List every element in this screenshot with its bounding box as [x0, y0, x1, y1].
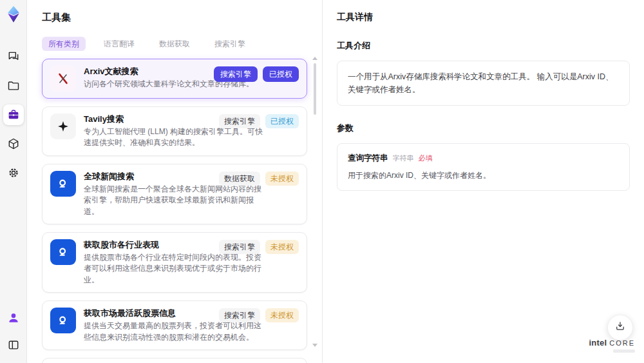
tool-description: 全球新闻搜索是一个聚合全球各大新闻网站内容的搜索引擎，帮助用户快速获取全球最新资…	[84, 184, 299, 217]
param-required-flag: 必填	[419, 153, 433, 163]
app-sidebar	[0, 0, 27, 363]
tool-icon-box	[50, 66, 76, 92]
scrollbar-thumb[interactable]	[314, 63, 316, 115]
sidebar-nav	[3, 46, 24, 183]
tool-card[interactable]: Tavily搜索 专为人工智能代理 (LLM) 构建的搜索引擎工具。可快速提供实…	[42, 106, 307, 156]
settings-icon	[7, 166, 20, 179]
tool-description: 提供股票市场各个行业在特定时间段内的表现。投资者可以利用这些信息来识别表现优于或…	[84, 252, 299, 286]
auth-badge: 未授权	[265, 308, 299, 322]
tool-icon-box	[50, 171, 76, 197]
scrollbar-down-arrow[interactable]	[312, 344, 317, 347]
param-type: 字符串	[393, 153, 414, 163]
category-badge: 搜索引擎	[219, 308, 260, 322]
intro-heading: 工具介绍	[337, 40, 630, 52]
tool-badges: 搜索引擎 未授权	[219, 240, 299, 254]
user-icon	[7, 311, 20, 324]
cube-icon	[7, 137, 20, 150]
auth-badge: 已授权	[265, 114, 299, 128]
sidebar-item-account[interactable]	[3, 308, 24, 328]
tool-list-scrollbar	[312, 55, 318, 349]
search-icon	[57, 246, 70, 259]
download-icon	[614, 320, 626, 335]
search-icon	[57, 314, 70, 327]
category-tab[interactable]: 语言翻译	[97, 37, 141, 51]
tool-badges: 搜索引擎 已授权	[214, 66, 299, 82]
intel-brand-text: intel	[589, 338, 607, 348]
tool-badges: 搜索引擎 未授权	[219, 308, 299, 322]
intel-ultra-watermark	[613, 349, 635, 353]
category-badge: 搜索引擎	[219, 114, 260, 128]
param-box: 查询字符串 字符串 必填 用于搜索的Arxiv ID、关键字或作者姓名。	[337, 143, 630, 191]
param-name: 查询字符串	[348, 153, 388, 164]
category-badge: 搜索引擎	[219, 240, 260, 254]
tool-card[interactable]: 获取市场最活跃股票信息 提供当天交易量最高的股票列表，投资者可以利用这些信息来识…	[42, 300, 307, 350]
param-description: 用于搜索的Arxiv ID、关键字或作者姓名。	[348, 170, 619, 181]
tool-icon-box	[50, 239, 76, 265]
tool-card[interactable]: 获取股市各行业表现 提供股票市场各个行业在特定时间段内的表现。投资者可以利用这些…	[42, 232, 307, 293]
sidebar-item-chat[interactable]	[3, 46, 24, 67]
auth-badge: 未授权	[265, 172, 299, 186]
arxiv-icon	[56, 72, 70, 86]
chat-icon	[7, 50, 20, 63]
category-tabs: 所有类别 语言翻译 数据获取 搜索引擎	[42, 37, 322, 51]
tool-list: Arxiv文献搜索 访问各个研究领域大量科学论文和文章的存储库。 搜索引擎 已授…	[42, 59, 307, 363]
category-badge: 数据获取	[219, 172, 260, 186]
tool-icon-box	[50, 113, 76, 139]
toolset-panel: 工具集 所有类别 语言翻译 数据获取 搜索引擎	[27, 0, 322, 363]
tool-description: 专为人工智能代理 (LLM) 构建的搜索引擎工具。可快速提供实时、准确和真实的结…	[84, 126, 299, 149]
tool-card[interactable]: Arxiv文献搜索 访问各个研究领域大量科学论文和文章的存储库。 搜索引擎 已授…	[42, 59, 307, 99]
panel-toggle-icon	[7, 338, 20, 351]
tool-badges: 搜索引擎 已授权	[219, 114, 299, 128]
category-tab[interactable]: 搜索引擎	[208, 37, 252, 51]
search-icon	[57, 177, 70, 190]
folder-icon	[7, 79, 20, 92]
category-tab[interactable]: 所有类别	[42, 37, 86, 51]
tavily-icon	[57, 120, 70, 133]
tool-icon-box	[50, 308, 76, 333]
param-head: 查询字符串 字符串 必填	[348, 153, 619, 164]
tool-badges: 数据获取 未授权	[219, 172, 299, 186]
intel-core-logo: intel CORE	[589, 338, 635, 353]
intro-text: 一个用于从Arxiv存储库搜索科学论文和文章的工具。 输入可以是Arxiv ID…	[348, 72, 614, 94]
sidebar-item-settings[interactable]	[3, 162, 24, 183]
category-badge: 搜索引擎	[214, 66, 258, 82]
tool-card[interactable]: 全球新闻搜索 全球新闻搜索是一个聚合全球各大新闻网站内容的搜索引擎，帮助用户快速…	[42, 164, 307, 224]
category-tab[interactable]: 数据获取	[153, 37, 196, 51]
tool-description: 提供当天交易量最高的股票列表，投资者可以利用这些信息来识别流动性强的股票和潜在的…	[84, 320, 299, 343]
auth-badge: 未授权	[265, 240, 299, 254]
core-brand-text: CORE	[609, 339, 635, 347]
sidebar-item-files[interactable]	[3, 75, 24, 96]
detail-title: 工具详情	[337, 12, 630, 23]
params-heading: 参数	[337, 123, 630, 134]
page-title: 工具集	[42, 10, 322, 24]
sidebar-item-toolbox[interactable]	[3, 104, 24, 125]
download-button[interactable]	[607, 315, 633, 340]
sidebar-item-collapse[interactable]	[3, 335, 24, 355]
intro-box: 一个用于从Arxiv存储库搜索科学论文和文章的工具。 输入可以是Arxiv ID…	[337, 61, 630, 106]
tool-detail-panel: 工具详情 工具介绍 一个用于从Arxiv存储库搜索科学论文和文章的工具。 输入可…	[322, 0, 644, 363]
sidebar-item-models[interactable]	[3, 133, 24, 154]
sidebar-bottom	[3, 308, 24, 355]
auth-badge: 已授权	[263, 66, 299, 82]
scrollbar-up-arrow[interactable]	[312, 57, 317, 60]
tool-card[interactable]: 万维地区新闻查询 查询具体行政区划内的新闻，快速了解各地新闻动 搜索引擎 未授权	[42, 358, 307, 363]
toolbox-icon	[7, 108, 20, 121]
app-logo-icon	[5, 5, 23, 23]
